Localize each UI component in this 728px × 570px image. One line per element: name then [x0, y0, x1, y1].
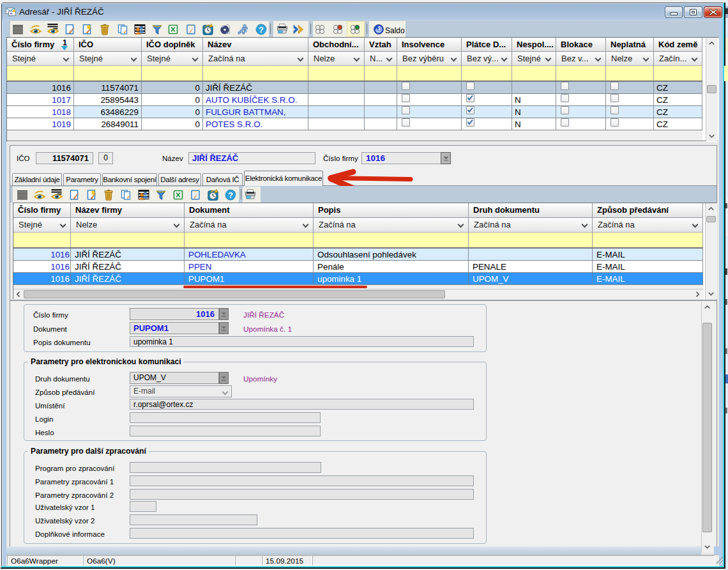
- svg-text:?: ?: [259, 25, 264, 35]
- svg-text:?: ?: [228, 190, 233, 200]
